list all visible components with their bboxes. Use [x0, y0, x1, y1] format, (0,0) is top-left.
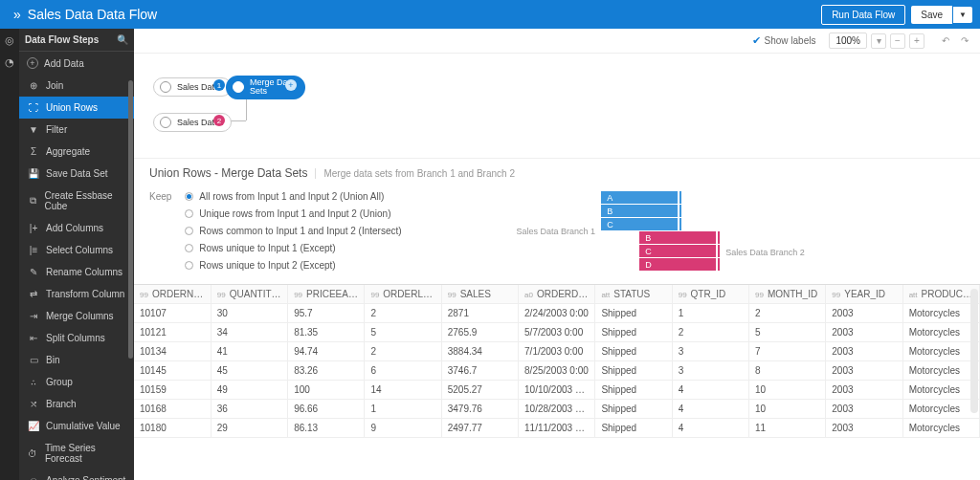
table-scrollbar[interactable] — [970, 289, 978, 413]
column-header[interactable]: 99ORDERNUMBER — [134, 285, 211, 304]
step-icon: ▭ — [27, 355, 40, 365]
flow-canvas[interactable]: Sales Dat… 1 Sales Dat… 2 Merge Da…Sets … — [134, 54, 980, 159]
keep-option-0[interactable]: All rows from Input 1 and Input 2 (Union… — [185, 191, 401, 202]
cell: 34 — [211, 323, 287, 342]
table-row[interactable]: 101213481.3552765.95/7/2003 0:00Shipped2… — [134, 323, 980, 342]
cell: 7 — [749, 342, 826, 361]
sidebar-item-label: Cumulative Value — [46, 421, 121, 431]
cell: 7/1/2003 0:00 — [519, 342, 595, 361]
save-dropdown-button[interactable]: ▼ — [953, 7, 972, 23]
column-header[interactable]: attPRODUCTLINE — [902, 285, 979, 304]
table-row[interactable]: 101344194.7423884.347/1/2003 0:00Shipped… — [134, 342, 980, 361]
column-header[interactable]: 99SALES — [441, 285, 518, 304]
rail-item-1[interactable]: ◎ — [5, 34, 14, 47]
sidebar-item-label: Group — [46, 377, 73, 387]
sidebar-item-save-data-set[interactable]: 💾Save Data Set — [19, 163, 134, 185]
sidebar-item-create-essbase-cube[interactable]: ⧉Create Essbase Cube — [19, 185, 134, 217]
keep-option-label: Rows common to Input 1 and Input 2 (Inte… — [199, 226, 401, 236]
type-icon: att — [909, 291, 918, 299]
keep-option-1[interactable]: Unique rows from Input 1 and Input 2 (Un… — [185, 208, 401, 219]
zoom-in-button[interactable]: + — [909, 33, 924, 49]
column-header[interactable]: 99MONTH_ID — [749, 285, 826, 304]
cell: 10/10/2003 0:00 — [519, 381, 595, 400]
rail-item-2[interactable]: ◔ — [5, 56, 14, 69]
cell: 3746.7 — [441, 361, 518, 381]
zoom-level[interactable]: 100% — [829, 33, 867, 49]
cell: 2/24/2003 0:00 — [519, 304, 595, 323]
sidebar-item-merge-columns[interactable]: ⇥Merge Columns — [19, 305, 134, 327]
search-icon[interactable]: 🔍 — [117, 34, 128, 45]
undo-button[interactable]: ↶ — [938, 33, 953, 49]
cell: 100 — [288, 381, 365, 400]
keep-option-4[interactable]: Rows unique to Input 2 (Except) — [185, 260, 401, 271]
cell: Shipped — [595, 304, 672, 323]
column-header[interactable]: 99ORDERLINENUMBER — [365, 285, 441, 304]
radio-icon — [185, 209, 193, 218]
table-row[interactable]: 1015949100145205.2710/10/2003 0:00Shippe… — [134, 381, 980, 400]
cell: Shipped — [595, 323, 672, 342]
cell: 2871 — [441, 304, 518, 323]
config-subtitle: Merge data sets from Branch 1 and Branch… — [315, 168, 515, 179]
table-row[interactable]: 101073095.7228712/24/2003 0:00Shipped122… — [134, 304, 980, 323]
cell: 4 — [672, 400, 748, 419]
app-header: » Sales Data Data Flow Run Data Flow Sav… — [0, 0, 980, 29]
breadcrumb-chevrons-icon[interactable]: » — [8, 7, 24, 22]
sidebar-item-cumulative-value[interactable]: 📈Cumulative Value — [19, 415, 134, 437]
type-icon: att — [601, 291, 610, 299]
sidebar-item-aggregate[interactable]: ΣAggregate — [19, 141, 134, 163]
results-table: 99ORDERNUMBER99QUANTITYORDERED99PRICEEAC… — [134, 284, 980, 480]
column-header[interactable]: a0ORDERDATE — [519, 285, 595, 304]
type-icon: 99 — [832, 291, 840, 299]
cell: 2003 — [826, 361, 902, 381]
zoom-out-button[interactable]: − — [890, 33, 905, 49]
column-header[interactable]: attSTATUS — [595, 285, 672, 304]
cell: 2 — [672, 323, 748, 342]
step-icon: ⏱ — [27, 448, 39, 459]
cell: 9 — [365, 419, 441, 438]
table-row[interactable]: 101454583.2663746.78/25/2003 0:00Shipped… — [134, 361, 980, 381]
step-icon: |≡ — [27, 245, 40, 255]
cell: 5 — [365, 323, 441, 342]
step-icon: 💾 — [27, 168, 40, 179]
sidebar-item-join[interactable]: ⊕Join — [19, 75, 134, 97]
sidebar-item-group[interactable]: ⛬Group — [19, 371, 134, 393]
sidebar-item-add-columns[interactable]: |+Add Columns — [19, 217, 134, 239]
cell: 10 — [749, 400, 826, 419]
column-header[interactable]: 99QUANTITYORDERED — [211, 285, 287, 304]
sidebar-item-bin[interactable]: ▭Bin — [19, 349, 134, 371]
left-rail: ◎ ◔ — [0, 29, 19, 480]
sidebar-item-time-series-forecast[interactable]: ⏱Time Series Forecast — [19, 437, 134, 469]
sidebar-item-branch[interactable]: ⤯Branch — [19, 393, 134, 415]
add-step-badge[interactable]: + — [285, 79, 297, 91]
keep-option-3[interactable]: Rows unique to Input 1 (Except) — [185, 243, 401, 253]
show-labels-toggle[interactable]: Show labels — [765, 35, 816, 46]
viz-bar: A — [601, 191, 678, 204]
cell: 10180 — [134, 419, 211, 438]
step-icon: ⧉ — [27, 195, 39, 207]
table-row[interactable]: 101802986.1392497.7711/11/2003 0:00Shipp… — [134, 419, 980, 438]
redo-button[interactable]: ↷ — [957, 33, 972, 49]
sidebar-item-analyze-sentiment[interactable]: ☺Analyze Sentiment — [19, 469, 134, 480]
sidebar-item-select-columns[interactable]: |≡Select Columns — [19, 239, 134, 261]
sidebar-item-label: Add Columns — [46, 223, 103, 233]
cell: Shipped — [595, 361, 672, 381]
sidebar-item-split-columns[interactable]: ⇤Split Columns — [19, 327, 134, 349]
run-data-flow-button[interactable]: Run Data Flow — [821, 5, 905, 25]
sidebar-item-transform-column[interactable]: ⇄Transform Column — [19, 283, 134, 305]
zoom-dropdown-button[interactable]: ▾ — [871, 33, 886, 49]
cell: 2003 — [826, 400, 902, 419]
sidebar-add-data[interactable]: +Add Data — [19, 52, 134, 75]
keep-option-2[interactable]: Rows common to Input 1 and Input 2 (Inte… — [185, 226, 401, 236]
sidebar: Data Flow Steps 🔍 +Add Data⊕Join⛶Union R… — [19, 29, 134, 480]
column-header[interactable]: 99YEAR_ID — [826, 285, 902, 304]
column-header[interactable]: 99QTR_ID — [672, 285, 748, 304]
cell: 3479.76 — [441, 400, 518, 419]
sidebar-item-rename-columns[interactable]: ✎Rename Columns — [19, 261, 134, 283]
sidebar-scrollbar[interactable] — [128, 80, 133, 478]
table-row[interactable]: 101683696.6613479.7610/28/2003 0:00Shipp… — [134, 400, 980, 419]
sidebar-item-filter[interactable]: ▼Filter — [19, 119, 134, 141]
save-button[interactable]: Save — [911, 6, 952, 24]
column-header[interactable]: 99PRICEEACH — [288, 285, 365, 304]
sidebar-item-union-rows[interactable]: ⛶Union Rows — [19, 97, 134, 119]
cell: 2003 — [826, 419, 902, 438]
